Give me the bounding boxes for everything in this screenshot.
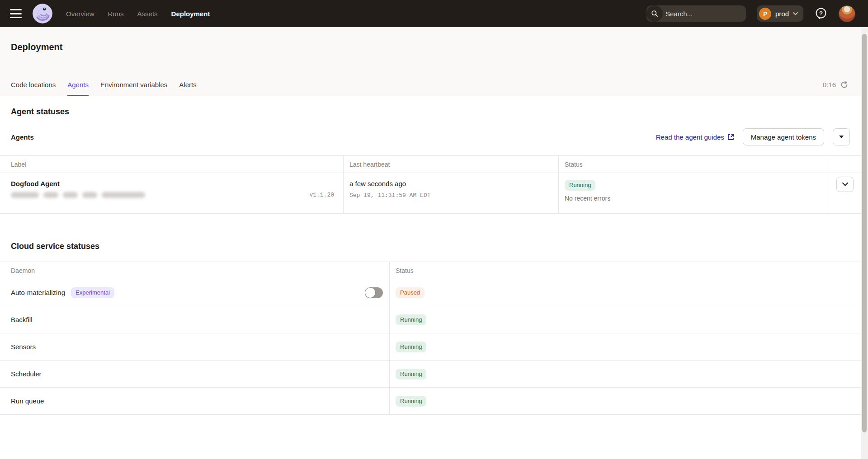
daemon-name: Backfill [11,316,33,323]
page-header: Deployment Code locations Agents Environ… [0,27,868,96]
daemon-status-badge: Running [396,396,426,407]
help-icon[interactable]: ? [814,7,828,20]
daemon-name: Sensors [11,343,36,351]
search-input[interactable] [663,10,746,18]
column-header-status: Status [559,156,829,173]
column-header-daemon-status: Status [390,262,861,279]
nav-runs[interactable]: Runs [108,10,124,18]
daemon-row-auto-materializing: Auto-materializing Experimental [0,279,390,306]
daemon-status-badge: Running [396,314,426,325]
top-nav: Overview Runs Assets Deployment / P prod [0,0,868,27]
agent-id-redacted [11,192,145,198]
nav-deployment[interactable]: Deployment [171,10,210,18]
user-avatar[interactable] [839,5,855,22]
daemon-status-badge: Running [396,369,426,379]
daemon-row-run-queue: Run queue [0,388,390,415]
heartbeat-relative: a few seconds ago [349,180,558,187]
tab-bar: Code locations Agents Environment variab… [11,81,197,96]
agent-name: Dogfood Agent [11,180,334,187]
dropdown-caret-icon [839,136,844,138]
agent-row-label-cell: Dogfood Agent v1.1.20 [0,173,344,214]
agents-subheading: Agents [11,133,34,141]
search-icon [646,5,663,22]
daemon-row-backfill: Backfill [0,306,390,333]
auto-materializing-toggle[interactable] [365,287,383,298]
svg-text:?: ? [819,10,823,17]
tab-environment-variables[interactable]: Environment variables [100,81,167,96]
agent-row-expand-button[interactable] [836,177,854,192]
menu-icon[interactable] [10,9,22,18]
column-header-actions [829,156,861,173]
org-name: prod [775,10,789,18]
daemon-status-cell: Paused [390,279,861,306]
agent-row-status-cell: Running No recent errors [559,173,829,214]
manage-agent-tokens-button[interactable]: Manage agent tokens [743,128,824,145]
daemon-status-cell: Running [390,333,861,361]
cloud-service-statuses-heading: Cloud service statuses [0,242,861,251]
daemon-name: Scheduler [11,370,42,378]
agent-statuses-heading: Agent statuses [0,96,861,117]
daemon-row-scheduler: Scheduler [0,361,390,388]
daemon-status-cell: Running [390,361,861,388]
daemon-status-badge: Running [396,342,426,352]
agent-errors-text: No recent errors [565,195,610,202]
refresh-icon[interactable] [840,81,848,89]
column-header-label: Label [0,156,344,173]
external-link-icon [727,134,734,141]
cloud-services-table: Daemon Status Auto-materializing Experim… [0,262,861,415]
column-header-last-heartbeat: Last heartbeat [344,156,559,173]
page-title: Deployment [0,27,868,52]
search-box[interactable]: / [646,5,746,22]
nav-assets[interactable]: Assets [137,10,158,18]
daemon-status-badge: Paused [396,287,425,298]
refresh-timer: 0:16 [823,81,836,89]
org-switcher[interactable]: P prod [757,5,803,22]
agent-guides-link-label: Read the agent guides [656,133,724,141]
experimental-badge: Experimental [71,287,114,298]
chevron-down-icon [793,12,798,15]
agent-status-badge: Running [565,180,595,191]
agent-actions-dropdown-button[interactable] [833,128,850,145]
scrollbar-track[interactable] [861,27,868,459]
row-expand-chevron-icon [842,183,848,186]
primary-nav: Overview Runs Assets Deployment [66,10,210,18]
daemon-name: Run queue [11,397,44,405]
scrollbar-thumb[interactable] [862,34,867,432]
daemon-status-cell: Running [390,388,861,415]
daemon-row-sensors: Sensors [0,333,390,361]
tab-alerts[interactable]: Alerts [179,81,196,96]
agent-guides-link[interactable]: Read the agent guides [656,133,734,141]
agents-table: Label Last heartbeat Status Dogfood Agen… [0,155,861,214]
agent-row-heartbeat-cell: a few seconds ago Sep 19, 11:31:59 AM ED… [344,173,559,214]
tab-agents[interactable]: Agents [67,81,89,96]
agent-row-actions-cell [829,173,861,214]
nav-overview[interactable]: Overview [66,10,94,18]
org-avatar: P [759,8,771,20]
daemon-name: Auto-materializing [11,289,65,296]
main-content: Agent statuses Agents Read the agent gui… [0,96,861,415]
column-header-daemon: Daemon [0,262,390,279]
agent-version: v1.1.20 [309,192,334,198]
heartbeat-timestamp: Sep 19, 11:31:59 AM EDT [349,192,558,199]
tab-code-locations[interactable]: Code locations [11,81,56,96]
dagster-logo[interactable] [33,4,52,23]
daemon-status-cell: Running [390,306,861,333]
